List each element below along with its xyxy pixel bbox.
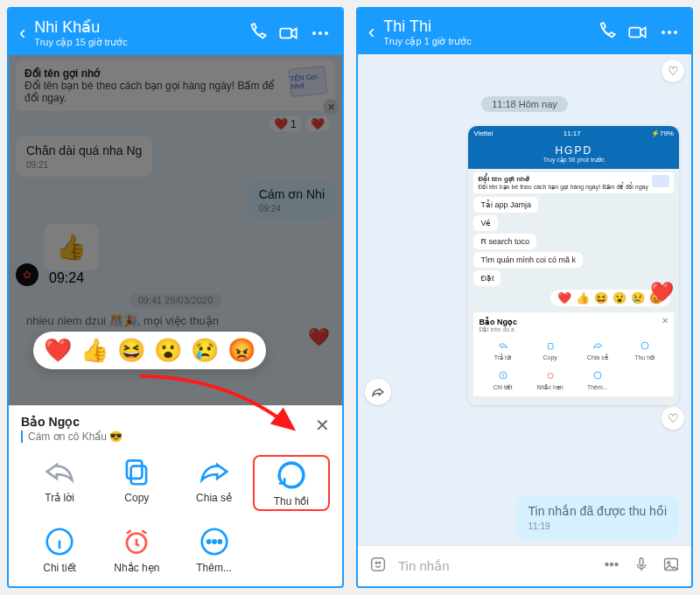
svg-rect-19 xyxy=(372,558,385,571)
chat-name: Nhi Khẩu xyxy=(34,18,237,37)
reply-button[interactable]: Trả lời xyxy=(21,455,98,511)
svg-point-24 xyxy=(615,564,618,566)
message-input-bar: Tin nhắn xyxy=(358,545,691,586)
sheet-user: Bảo Ngọc xyxy=(21,415,330,429)
video-call-icon[interactable] xyxy=(626,21,649,44)
recall-button[interactable]: Thu hồi xyxy=(253,455,330,511)
svg-rect-13 xyxy=(548,344,553,350)
screenshot-attachment[interactable]: Viettel 11:17 ⚡79% HGPD Truy cập 58 phút… xyxy=(468,126,679,405)
message-input[interactable]: Tin nhắn xyxy=(398,558,592,574)
message-action-sheet: Bảo Ngọc Cám ơn cô Khẩu 😎 ✕ Trả lời Copy… xyxy=(9,405,342,586)
svg-point-10 xyxy=(213,540,215,542)
action-label: Nhắc hẹn xyxy=(98,562,175,574)
message-row: Cám ơn Nhi 09:24 xyxy=(16,180,335,220)
reaction-summary[interactable]: ❤️ 1 ❤️ xyxy=(16,116,330,131)
svg-point-17 xyxy=(548,374,553,379)
svg-point-9 xyxy=(207,540,210,542)
react-sad-icon[interactable]: 😢 xyxy=(191,337,219,364)
svg-rect-25 xyxy=(640,558,643,566)
rename-tip-banner[interactable]: Đổi tên gợi nhớ Đổi tên bạn bè theo cách… xyxy=(16,60,335,111)
favorite-button[interactable]: ♡ xyxy=(662,407,684,430)
ss-heart-icon: ❤️ xyxy=(650,281,674,304)
action-label: Thu hồi xyxy=(258,495,325,508)
svg-rect-0 xyxy=(280,28,291,38)
svg-rect-12 xyxy=(629,28,640,38)
react-wow-icon[interactable]: 😮 xyxy=(154,337,182,364)
more-input-icon[interactable] xyxy=(602,555,621,578)
chat-area: ♡ 11:18 Hôm nay Viettel 11:17 ⚡79% HGPD … xyxy=(358,54,691,545)
chat-header: ‹ Thi Thi Truy cập 1 giờ trước xyxy=(358,9,691,54)
voice-call-icon[interactable] xyxy=(246,22,269,45)
svg-rect-2 xyxy=(127,460,142,479)
video-call-icon[interactable] xyxy=(277,22,300,45)
tip-body: Đổi tên bạn bè theo cách bạn gọi hàng ng… xyxy=(24,80,283,104)
tip-title: Đổi tên gợi nhớ xyxy=(24,67,283,80)
copy-button[interactable]: Copy xyxy=(98,455,175,511)
thumbs-up-sticker[interactable]: 👍 xyxy=(44,224,99,270)
tip-close-icon[interactable]: ✕ xyxy=(323,99,339,115)
message-row: Chân dài quá nha Ng 09:21 xyxy=(16,136,335,177)
ss-action-sheet: ✕ Bảo Ngọc Đặt trên đó à Trả lời Copy Ch… xyxy=(473,312,674,396)
svg-point-22 xyxy=(606,564,608,566)
ss-bubble: Tìm quán mình coi có mã k xyxy=(473,252,583,268)
svg-point-21 xyxy=(379,562,381,564)
action-label: Thêm... xyxy=(176,562,253,574)
recalled-message[interactable]: Tin nhắn đã được thu hồi 11:19 xyxy=(516,495,679,540)
svg-point-11 xyxy=(218,540,220,542)
ss-bubble: Đặt xyxy=(473,270,500,286)
ss-bubble: R search toco xyxy=(473,234,536,249)
remind-button[interactable]: Nhắc hẹn xyxy=(98,525,175,574)
svg-point-3 xyxy=(279,464,303,487)
svg-point-14 xyxy=(641,342,648,349)
react-heart-icon[interactable]: ❤️ xyxy=(44,337,72,364)
action-label: Trả lời xyxy=(21,492,98,504)
react-haha-icon[interactable]: 😆 xyxy=(117,337,145,364)
recalled-text: Tin nhắn đã được thu hồi xyxy=(528,504,667,518)
phone-left: ‹ Nhi Khẩu Truy cập 15 giờ trước Đổi tên… xyxy=(7,7,344,588)
sheet-close-icon[interactable]: ✕ xyxy=(315,415,330,436)
ss-tip: Đổi tên gợi nhớ Đổi tên bạn bè theo cách… xyxy=(473,172,674,193)
message-bubble[interactable]: Chân dài quá nha Ng 09:21 xyxy=(16,136,152,177)
ss-close-icon: ✕ xyxy=(662,316,668,326)
timestamp-divider: 09:41 29/03/2020 xyxy=(130,293,222,307)
react-angry-icon[interactable]: 😡 xyxy=(228,337,256,364)
favorite-button[interactable]: ♡ xyxy=(662,60,684,82)
truncated-message: nhieu niem dzui 🎊🎉, mọi việc thuận xyxy=(16,314,335,327)
more-button[interactable]: Thêm... xyxy=(176,525,253,574)
back-icon[interactable]: ‹ xyxy=(19,22,25,45)
svg-point-23 xyxy=(611,564,613,566)
mic-icon[interactable] xyxy=(632,555,651,578)
back-icon[interactable]: ‹ xyxy=(368,21,374,44)
heart-reaction-icon: ❤️ xyxy=(308,326,330,347)
recalled-time: 11:19 xyxy=(528,522,667,531)
avatar[interactable]: ✿ xyxy=(16,263,38,286)
forward-button[interactable] xyxy=(365,379,391,405)
voice-call-icon[interactable] xyxy=(595,21,618,44)
header-title-block[interactable]: Nhi Khẩu Truy cập 15 giờ trước xyxy=(34,18,237,48)
header-title-block[interactable]: Thi Thi Truy cập 1 giờ trước xyxy=(383,18,586,47)
svg-rect-1 xyxy=(131,466,146,485)
tip-image: TÊN Gọi Nhớ xyxy=(288,66,327,97)
reaction-picker: ❤️ 👍 😆 😮 😢 😡 xyxy=(33,332,266,369)
more-icon[interactable] xyxy=(658,21,681,44)
ss-statusbar: Viettel 11:17 ⚡79% xyxy=(468,126,679,141)
phone-right: ‹ Thi Thi Truy cập 1 giờ trước ♡ 11:18 H… xyxy=(356,7,693,588)
message-text: Chân dài quá nha Ng xyxy=(26,144,142,158)
more-icon[interactable] xyxy=(309,22,332,45)
chat-name: Thi Thi xyxy=(383,18,586,36)
ss-bubble: Tải app Jamja xyxy=(473,197,538,213)
image-icon[interactable] xyxy=(662,555,681,578)
message-bubble[interactable]: Cám ơn Nhi 09:24 xyxy=(248,180,335,220)
chat-header: ‹ Nhi Khẩu Truy cập 15 giờ trước xyxy=(9,9,342,55)
detail-button[interactable]: Chi tiết xyxy=(21,525,98,574)
svg-point-18 xyxy=(594,372,601,379)
ss-bubble: Về xyxy=(473,215,498,231)
action-label: Copy xyxy=(98,492,175,504)
sticker-icon[interactable] xyxy=(368,555,388,578)
react-like-icon[interactable]: 👍 xyxy=(80,337,108,364)
message-text: Cám ơn Nhi xyxy=(259,187,325,201)
chat-subtitle: Truy cập 1 giờ trước xyxy=(383,36,586,47)
message-time: 09:24 xyxy=(44,270,99,286)
reaction-count: 1 xyxy=(290,117,297,130)
share-button[interactable]: Chia sẻ xyxy=(176,455,253,511)
